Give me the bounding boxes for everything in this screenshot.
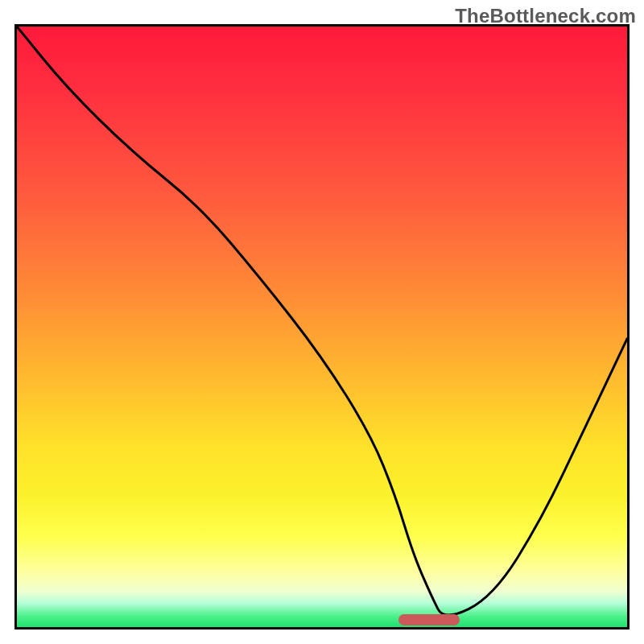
- optimal-range-marker: [398, 614, 460, 625]
- plot-area: [14, 24, 630, 630]
- chart-container: TheBottleneck.com: [0, 0, 644, 644]
- bottleneck-curve: [17, 27, 627, 627]
